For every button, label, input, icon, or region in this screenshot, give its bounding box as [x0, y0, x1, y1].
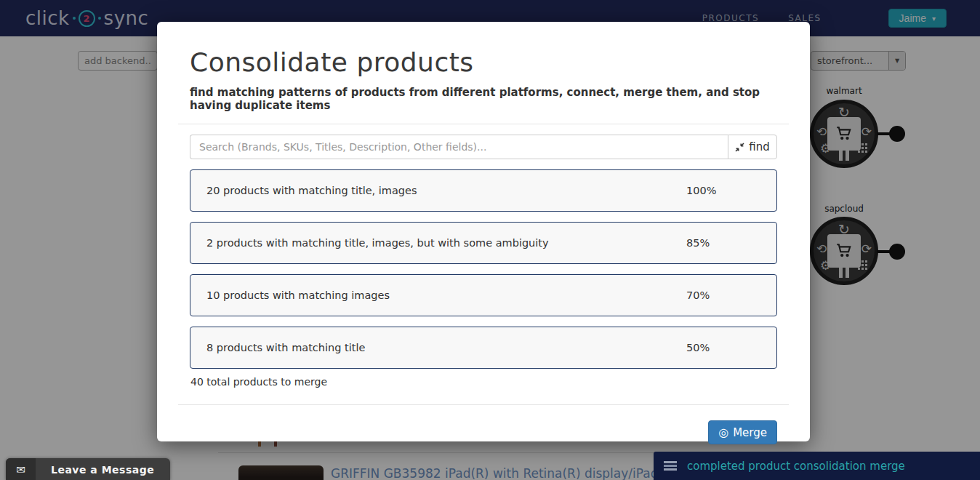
match-group-label: 2 products with matching title, images, …: [190, 237, 686, 249]
match-percentage: 50%: [686, 342, 776, 353]
match-percentage: 70%: [686, 289, 776, 301]
match-percentage: 85%: [686, 237, 776, 249]
envelope-icon: ✉: [6, 458, 36, 480]
match-percentage: 100%: [686, 185, 776, 196]
match-group-row[interactable]: 10 products with matching images 70%: [190, 274, 777, 316]
modal-title: Consolidate products: [190, 47, 777, 77]
consolidate-products-modal: Consolidate products find matching patte…: [157, 22, 810, 441]
find-button-label: find: [749, 140, 769, 153]
match-group-label: 20 products with matching title, images: [190, 185, 686, 196]
toast-message: completed product consolidation merge: [687, 460, 905, 473]
notification-toast[interactable]: completed product consolidation merge: [654, 452, 980, 480]
total-products-label: 40 total products to merge: [190, 376, 777, 388]
merge-button[interactable]: ◎ Merge: [708, 420, 777, 444]
match-group-row[interactable]: 20 products with matching title, images …: [190, 169, 777, 212]
find-button[interactable]: find: [728, 135, 777, 159]
chat-widget-label: Leave a Message: [36, 458, 170, 480]
match-group-row[interactable]: 2 products with matching title, images, …: [190, 222, 777, 264]
search-input[interactable]: [190, 135, 728, 159]
tasks-list-icon: [664, 461, 677, 471]
leave-a-message-widget[interactable]: ✉ Leave a Message: [6, 458, 170, 480]
divider: [178, 404, 789, 405]
search-bar: find: [190, 135, 777, 159]
merge-button-label: Merge: [733, 426, 767, 439]
match-group-label: 8 products with matching title: [190, 342, 686, 353]
bullseye-icon: ◎: [718, 427, 728, 439]
compress-arrows-icon: [735, 143, 744, 152]
divider: [178, 124, 789, 124]
match-group-label: 10 products with matching images: [190, 289, 686, 301]
modal-subtitle: find matching patterns of products from …: [190, 86, 777, 112]
match-group-row[interactable]: 8 products with matching title 50%: [190, 327, 777, 369]
